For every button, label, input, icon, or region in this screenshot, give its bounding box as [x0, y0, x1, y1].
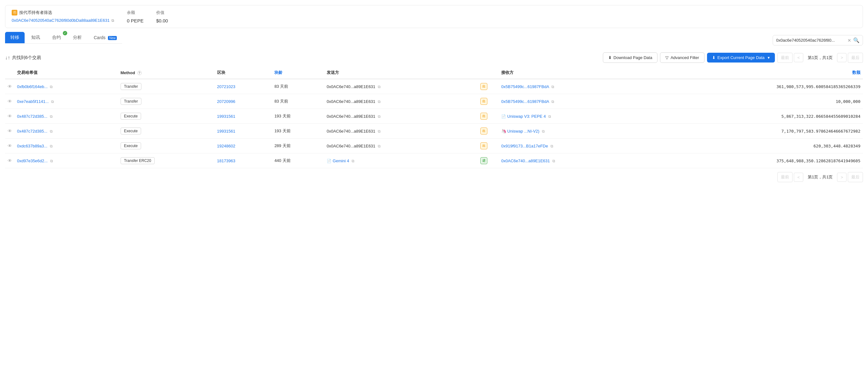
filter-title-text: 按代币持有者筛选: [19, 10, 52, 16]
table-row: 👁 0xe7eab5f1141... ⧉ Transfer 20720996 8…: [5, 94, 863, 109]
from-copy-5[interactable]: ⧉: [352, 159, 354, 163]
eye-icon-1[interactable]: 👁: [7, 99, 12, 104]
filter-address: 0x0AC6e740520540aC7626f80d0bDa88aa89E1E6…: [12, 18, 114, 23]
from-link-5[interactable]: Gemini 4: [333, 158, 349, 163]
cards-badge: New: [108, 36, 117, 40]
sort-icon[interactable]: ↓↑: [5, 55, 10, 61]
to-link-3[interactable]: Uniswap ...NI-V2): [507, 129, 539, 134]
txhash-link-1[interactable]: 0xe7eab5f1141...: [17, 99, 49, 104]
search-box[interactable]: ✕ 🔍: [773, 35, 863, 46]
row-age-3: 193 天前: [272, 124, 324, 139]
tab-cards[interactable]: Cards New: [88, 32, 122, 43]
txhash-link-3[interactable]: 0x487c72d385...: [17, 129, 48, 134]
result-count: ↓↑ 共找到6个交易: [5, 55, 41, 61]
row-txhash-2: 0x487c72d385... ⧉: [14, 109, 118, 124]
tab-analytics-label: 分析: [73, 35, 82, 40]
method-badge-3: Execute: [121, 127, 141, 135]
txhash-copy-0[interactable]: ⧉: [50, 85, 53, 89]
from-copy-4[interactable]: ⧉: [378, 144, 381, 148]
pagination: 最前 < 第1页，共1页 > 最后: [777, 53, 863, 63]
block-link-3[interactable]: 19931561: [217, 129, 236, 134]
to-copy-5[interactable]: ⧉: [552, 159, 555, 163]
check-icon: ✓: [63, 31, 67, 35]
to-copy-0[interactable]: ⧉: [551, 85, 554, 89]
tab-contract[interactable]: 合约 ✓: [47, 32, 66, 43]
to-copy-4[interactable]: ⧉: [551, 144, 553, 148]
row-direction-4: 出: [469, 139, 499, 153]
row-eye-4[interactable]: 👁: [5, 139, 14, 153]
to-link-1[interactable]: 0x5B75499c...61987FBdA: [501, 99, 549, 104]
from-copy-0[interactable]: ⧉: [378, 85, 381, 89]
row-eye-1[interactable]: 👁: [5, 94, 14, 109]
bottom-prev-button[interactable]: <: [794, 173, 803, 182]
bottom-first-button[interactable]: 最前: [777, 172, 793, 182]
tab-cards-label: Cards: [94, 35, 105, 40]
txhash-copy-2[interactable]: ⧉: [50, 114, 53, 119]
tab-news[interactable]: 知讯: [26, 32, 45, 43]
to-link-4[interactable]: 0x919f9173...B1a17eFDe: [501, 144, 548, 148]
search-input[interactable]: [776, 38, 845, 42]
row-eye-5[interactable]: 👁: [5, 153, 14, 168]
block-link-5[interactable]: 18173963: [217, 158, 236, 163]
download-button[interactable]: ⬇ Download Page Data: [603, 52, 658, 63]
eye-icon-2[interactable]: 👁: [7, 114, 12, 119]
tabs-row: 转移 知讯 合约 ✓ 分析 Cards New ✕ 🔍: [5, 32, 863, 49]
txhash-link-5[interactable]: 0xd97e35e6d2...: [17, 158, 48, 163]
method-help-icon[interactable]: ?: [137, 71, 142, 75]
from-addr-1: 0x0AC6e740...a89E1E631: [327, 99, 375, 104]
block-link-4[interactable]: 19248602: [217, 144, 236, 148]
block-link-1[interactable]: 20720996: [217, 99, 236, 104]
last-page-button[interactable]: 最后: [848, 53, 863, 63]
balance-value: 0 PEPE: [127, 18, 144, 23]
search-clear-icon[interactable]: ✕: [847, 38, 851, 43]
next-page-button[interactable]: >: [837, 53, 846, 62]
to-link-5[interactable]: 0x0AC6e740...a89E1E631: [501, 158, 550, 163]
txhash-copy-4[interactable]: ⧉: [50, 144, 53, 148]
row-amount-3: 7,170,797,583.978624646667672982: [644, 124, 863, 139]
row-block-2: 19931561: [215, 109, 272, 124]
table-row: 👁 0xdc637b89a3... ⧉ Execute 19248602 289…: [5, 139, 863, 153]
to-copy-2[interactable]: ⧉: [548, 114, 551, 119]
table-body: 👁 0xfb0b6f164eb... ⧉ Transfer 20721023 8…: [5, 79, 863, 168]
bottom-last-button[interactable]: 最后: [848, 172, 863, 182]
bottom-pagination-controls: 最前 < 第1页，共1页 > 最后: [777, 172, 863, 182]
to-link-2[interactable]: Uniswap V3: PEPE 4: [507, 114, 546, 119]
block-link-2[interactable]: 19931561: [217, 114, 236, 119]
prev-page-button[interactable]: <: [794, 53, 803, 62]
to-copy-3[interactable]: ⧉: [542, 129, 545, 134]
from-copy-3[interactable]: ⧉: [378, 129, 381, 134]
result-text: 共找到6个交易: [12, 55, 41, 61]
first-page-button[interactable]: 最前: [777, 53, 793, 63]
block-link-0[interactable]: 20721023: [217, 84, 236, 89]
txhash-copy-3[interactable]: ⧉: [50, 129, 53, 134]
txhash-copy-5[interactable]: ⧉: [50, 159, 53, 163]
filter-button[interactable]: ▽ Advanced Filter: [660, 52, 704, 63]
export-button[interactable]: ⬇ Export Current Page Data ▾: [707, 53, 775, 62]
txhash-copy-1[interactable]: ⧉: [51, 99, 54, 104]
to-copy-1[interactable]: ⧉: [551, 99, 554, 104]
bottom-next-button[interactable]: >: [837, 173, 846, 182]
filter-section-value: 价值 $0.00: [156, 10, 168, 23]
txhash-link-4[interactable]: 0xdc637b89a3...: [17, 144, 48, 148]
from-copy-1[interactable]: ⧉: [378, 99, 381, 104]
filter-section-balance: 余额 0 PEPE: [127, 10, 144, 23]
txhash-link-2[interactable]: 0x487c72d385...: [17, 114, 48, 119]
row-eye-2[interactable]: 👁: [5, 109, 14, 124]
transactions-table-container: 交易哈希值 Method ? 区块 块龄 发送方 接收方 数额 👁: [5, 67, 863, 168]
to-link-0[interactable]: 0x5B75499c...61987FBdA: [501, 84, 549, 89]
row-eye-0[interactable]: 👁: [5, 79, 14, 94]
row-direction-0: 出: [469, 79, 499, 94]
copy-address-icon[interactable]: ⧉: [112, 18, 114, 23]
eye-icon-3[interactable]: 👁: [7, 128, 12, 134]
from-copy-2[interactable]: ⧉: [378, 114, 381, 119]
tab-analytics[interactable]: 分析: [67, 32, 87, 43]
txhash-link-0[interactable]: 0xfb0b6f164eb...: [17, 84, 48, 89]
search-icon[interactable]: 🔍: [853, 37, 860, 43]
eye-icon-4[interactable]: 👁: [7, 143, 12, 148]
row-to-5: 0x0AC6e740...a89E1E631 ⧉: [499, 153, 644, 168]
row-eye-3[interactable]: 👁: [5, 124, 14, 139]
row-from-3: 0x0AC6e740...a89E1E631 ⧉: [324, 124, 469, 139]
eye-icon-5[interactable]: 👁: [7, 158, 12, 163]
eye-icon-0[interactable]: 👁: [7, 84, 12, 89]
tab-transfer[interactable]: 转移: [5, 32, 25, 43]
